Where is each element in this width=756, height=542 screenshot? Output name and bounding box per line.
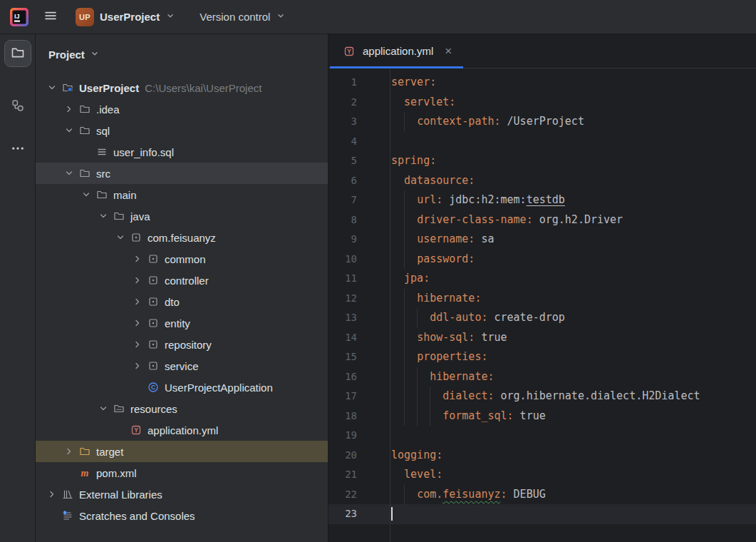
chevron-right-icon[interactable] (130, 358, 145, 374)
code-line-3[interactable]: 3 context-path: /UserProject (328, 112, 756, 132)
indent-guide (430, 406, 430, 426)
chevron-right-icon[interactable] (130, 337, 145, 352)
code-line-18[interactable]: 18 format_sql: true (328, 406, 756, 426)
code-line-17[interactable]: 17 dialect: org.hibernate.dialect.H2Dial… (328, 387, 756, 406)
svg-text:IJ: IJ (14, 12, 20, 19)
chevron-down-icon[interactable] (113, 230, 128, 245)
code-line-16[interactable]: 16 hibernate: (328, 367, 756, 387)
code-line-11[interactable]: 11 jpa: (328, 269, 756, 289)
project-tool-window-button[interactable] (5, 41, 31, 66)
project-panel-header[interactable]: Project (36, 43, 328, 66)
tree-item-idea[interactable]: .idea (36, 98, 328, 120)
project-panel-title: Project (48, 48, 85, 61)
code-line-text: driver-class-name: org.h2.Driver (390, 210, 756, 230)
code-line-1[interactable]: 1server: (328, 73, 756, 93)
code-token (391, 370, 430, 383)
code-line-21[interactable]: 21 level: (328, 465, 756, 485)
code-token: true (475, 331, 507, 344)
indent-guide (417, 387, 418, 406)
code-line-8[interactable]: 8 driver-class-name: org.h2.Driver (328, 210, 756, 230)
more-tool-windows-button[interactable] (5, 136, 31, 162)
code-line-5[interactable]: 5spring: (328, 151, 756, 171)
code-token (391, 272, 404, 285)
code-token: dialect: (442, 389, 494, 402)
tree-item-dto[interactable]: dto (36, 291, 328, 312)
folder-icon (11, 46, 25, 62)
chevron-spacer (78, 144, 94, 160)
code-line-13[interactable]: 13 ddl-auto: create-drop (328, 308, 756, 328)
tree-item-pom-xml[interactable]: mpom.xml (36, 462, 328, 484)
tree-item-application-yml[interactable]: Yapplication.yml (36, 419, 328, 441)
code-line-14[interactable]: 14 show-sql: true (328, 328, 756, 348)
chevron-right-icon[interactable] (130, 294, 145, 310)
vcs-widget[interactable]: Version control (194, 8, 291, 26)
tab-close-icon[interactable]: × (445, 45, 452, 57)
tree-item-external-libraries[interactable]: External Libraries (36, 484, 328, 505)
code-line-15[interactable]: 15 properties: (328, 347, 756, 367)
indent-guide (404, 230, 405, 250)
tree-item-resources[interactable]: resources (36, 398, 328, 419)
indent-guide (404, 485, 405, 505)
package-icon (145, 251, 161, 267)
line-number: 17 (328, 387, 390, 406)
tree-item-controller[interactable]: controller (36, 270, 328, 291)
line-number: 7 (328, 190, 390, 210)
tree-item-service[interactable]: service (36, 355, 328, 377)
code-token: format_sql: (442, 409, 513, 422)
tree-item-src[interactable]: src (36, 163, 328, 184)
tree-item-user-info-sql[interactable]: user_info.sql (36, 141, 328, 163)
code-line-text: context-path: /UserProject (390, 112, 756, 132)
code-line-7[interactable]: 7 url: jdbc:h2:mem:testdb (328, 190, 756, 210)
code-line-2[interactable]: 2 servlet: (328, 93, 756, 113)
chevron-right-icon[interactable] (44, 486, 60, 502)
chevron-down-icon[interactable] (61, 123, 77, 138)
chevron-down-icon[interactable] (44, 80, 60, 96)
chevron-right-icon[interactable] (130, 272, 145, 288)
code-line-20[interactable]: 20logging: (328, 446, 756, 466)
tree-item-scratches-and-consoles[interactable]: !Scratches and Consoles (36, 505, 328, 526)
chevron-down-icon (90, 48, 100, 61)
code-line-6[interactable]: 6 datasource: (328, 171, 756, 191)
project-widget[interactable]: UP UserProject (70, 5, 181, 29)
tree-item-com-feisuanyz[interactable]: com.feisuanyz (36, 227, 328, 248)
code-line-text: password: (390, 250, 756, 270)
tab-application-yml[interactable]: Y application.yml × (330, 34, 463, 68)
tree-item-sql[interactable]: sql (36, 120, 328, 141)
chevron-right-icon[interactable] (61, 101, 77, 117)
line-number: 5 (328, 151, 390, 171)
code-line-4[interactable]: 4 (328, 132, 756, 152)
tab-label: application.yml (363, 45, 433, 57)
chevron-down-icon[interactable] (61, 165, 77, 181)
code-line-23[interactable]: 23 (328, 504, 756, 524)
chevron-down-icon[interactable] (95, 208, 111, 224)
tree-item-common[interactable]: common (36, 248, 328, 270)
chevron-right-icon[interactable] (61, 444, 77, 459)
tree-item-userproject[interactable]: UserProjectC:\Users\kai\UserProject (36, 77, 328, 98)
code-token: ddl-auto: (430, 311, 487, 324)
svg-text:C: C (151, 384, 155, 391)
line-number: 21 (328, 465, 390, 485)
chevron-right-icon[interactable] (130, 315, 145, 331)
tree-item-repository[interactable]: repository (36, 334, 328, 355)
code-line-19[interactable]: 19 (328, 426, 756, 446)
tree-item-main[interactable]: main (36, 184, 328, 205)
code-line-22[interactable]: 22 com.feisuanyz: DEBUG (328, 485, 756, 505)
code-line-10[interactable]: 10 password: (328, 250, 756, 270)
maven-icon: m (77, 465, 93, 481)
chevron-down-icon[interactable] (95, 401, 111, 416)
chevron-right-icon[interactable] (130, 251, 145, 267)
tree-item-userprojectapplication[interactable]: CUserProjectApplication (36, 377, 328, 398)
code-token: com. (417, 488, 442, 501)
structure-tool-window-button[interactable] (5, 93, 31, 119)
code-token: jpa: (404, 272, 430, 285)
code-line-12[interactable]: 12 hibernate: (328, 289, 756, 309)
tree-item-entity[interactable]: entity (36, 312, 328, 334)
code-editor[interactable]: 1server:2 servlet:3 context-path: /UserP… (328, 69, 756, 542)
code-line-9[interactable]: 9 username: sa (328, 230, 756, 250)
main-menu-button[interactable] (38, 5, 63, 29)
more-icon (11, 141, 25, 158)
code-line-text: logging: (390, 446, 756, 466)
chevron-down-icon[interactable] (78, 187, 94, 203)
tree-item-target[interactable]: target (36, 441, 328, 462)
tree-item-java[interactable]: java (36, 205, 328, 227)
